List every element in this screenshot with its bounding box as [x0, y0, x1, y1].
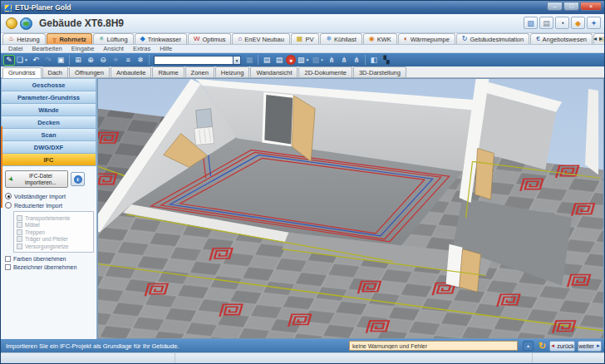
doc-tab-wandansicht[interactable]: Wandansicht [250, 66, 298, 77]
doc-tab-ffnungen[interactable]: Öffnungen [69, 66, 110, 77]
window-title: ETU-Planer Gold [15, 3, 71, 12]
project-bag-icon: ◆ [575, 19, 581, 27]
sidebar-item-scan[interactable]: Scan [2, 129, 96, 141]
project-bag-button[interactable]: ◆ [571, 17, 585, 29]
next-button[interactable]: weiter ► [578, 341, 602, 352]
sidebar-item-geschosse[interactable]: Geschosse [2, 79, 96, 91]
reduced-import-options: TransportelementeMöbelTreppenTräger und … [13, 211, 94, 253]
ribbon-tab-k-hllast[interactable]: ❄Kühllast [320, 33, 362, 44]
doc-tab-zonen[interactable]: Zonen [185, 66, 214, 77]
ribbon-tab-l-ftung[interactable]: ✳Lüftung [93, 33, 134, 44]
menu-item-datei[interactable]: Datei [4, 45, 27, 52]
tab-scroll-right-icon[interactable]: ▸ [599, 35, 603, 42]
ribbon-tab-geb-udesimulation[interactable]: ↻Gebäudesimulation [456, 33, 529, 44]
option-label: Möbel [25, 222, 40, 228]
ribbon-tab-pv[interactable]: ▦PV [291, 33, 320, 44]
option-label: Transportelemente [25, 215, 70, 221]
sidebar-item-w-nde[interactable]: Wände [2, 104, 96, 116]
scene-3d [98, 79, 603, 338]
pipe-network-button-3[interactable]: ⋔ [351, 55, 362, 66]
maximize-button[interactable]: □ [563, 2, 579, 11]
levels-icon: ≡ [125, 57, 130, 64]
winter-mode-button[interactable]: ❄ [135, 55, 146, 66]
ribbon-tab-kwk[interactable]: ◉KWK [363, 33, 397, 44]
zoom-window-button[interactable]: ⊞ [72, 55, 84, 66]
refresh-icon[interactable]: ↻ [537, 341, 548, 351]
paste-button[interactable]: ▣ [55, 55, 66, 66]
menu-item-hilfe[interactable]: Hilfe [155, 45, 176, 52]
geb-udesimulation-tab-icon: ↻ [462, 36, 468, 42]
menu-item-extras[interactable]: Extras [129, 45, 155, 52]
doc-tab-3d-darstellung[interactable]: 3D-Darstellung [353, 66, 406, 77]
terrain-button[interactable]: ▨▼ [297, 55, 310, 66]
pipe-network-button-1[interactable]: ⋔ [326, 55, 337, 66]
ribbon-tab-w-rmepumpe[interactable]: ◐Wärmepumpe [398, 33, 455, 44]
image-button[interactable]: ▧ [524, 17, 538, 29]
zoom-out-button[interactable]: ⊖ [97, 55, 109, 66]
alert-button[interactable]: ● [286, 55, 296, 65]
open-folder-button[interactable]: ▤ [273, 55, 285, 66]
doc-tab-dach[interactable]: Dach [42, 66, 69, 77]
magic-button[interactable]: ✦ [587, 17, 601, 29]
undo-button[interactable]: ↶ [30, 55, 42, 66]
viewport-3d[interactable] [97, 78, 604, 339]
levels-button[interactable]: ≡ [122, 55, 134, 66]
doc-tab-grundriss[interactable]: Grundriss [2, 67, 42, 78]
radio-vollst-ndiger-import[interactable]: Vollständiger Import [5, 193, 94, 199]
back-button[interactable]: ◄ zurück [549, 341, 575, 352]
ribbon-tab-optimus[interactable]: WOptimus [188, 33, 232, 44]
radio-reduzierter-import[interactable]: Reduzierter Import [5, 202, 94, 209]
warnings-field[interactable] [349, 341, 518, 351]
tab-scroll-left-icon[interactable]: ◂ [593, 35, 597, 42]
sidebar-item-ifc[interactable]: IFC [2, 154, 96, 166]
coin-icon [6, 17, 17, 29]
doc-tab-heizung[interactable]: Heizung [215, 66, 250, 77]
edit-pencil-button[interactable]: ✎ [3, 55, 15, 66]
sidebar-item-decken[interactable]: Decken [2, 116, 96, 129]
zoom-in-button[interactable]: ⊕ [85, 55, 96, 66]
scale-combobox-input[interactable] [154, 56, 234, 65]
pipe-network-icon-3: ⋔ [353, 57, 360, 64]
option-treppen: Treppen [17, 229, 91, 235]
minimize-button[interactable]: – [547, 2, 563, 11]
shapes-button[interactable]: ❏▼ [16, 55, 29, 66]
ribbon-tab-rohrnetz[interactable]: ╥Rohrnetz [47, 33, 92, 44]
shapes-icon: ❏ [17, 57, 23, 64]
kwk-tab-icon: ◉ [369, 36, 375, 42]
alert-icon: ● [289, 57, 293, 63]
scale-combobox-dropdown-icon[interactable]: ▼ [234, 56, 241, 65]
ribbon-tab-label: KWK [377, 36, 391, 43]
cube-3d-button[interactable]: ◧ [368, 55, 380, 66]
back-arrow-icon: ◄ [550, 343, 555, 348]
ifc-import-button[interactable]: ➤ IFC-Datei importieren... [5, 170, 68, 188]
checkbox-farben-bernehmen[interactable]: Farben übernehmen [5, 256, 94, 262]
scale-combobox[interactable]: ▼ [154, 56, 241, 65]
list-button[interactable]: ▤ [539, 17, 553, 29]
doc-tab-anbauteile[interactable]: Anbauteile [111, 66, 151, 77]
close-button[interactable]: × [580, 2, 602, 11]
window-controls: –□× [547, 2, 602, 11]
ifc-panel: ➤ IFC-Datei importieren... i Vollständig… [1, 166, 96, 270]
ribbon-tab-enev-neubau[interactable]: ⌂EnEV Neubau [232, 33, 289, 44]
sidebar-item-parameter-grundriss[interactable]: Parameter-Grundriss [2, 91, 96, 104]
walkthrough-button[interactable]: ▚ [381, 55, 392, 66]
clock-button[interactable]: ◔ [555, 17, 569, 29]
expand-warnings-button[interactable]: ▴ [523, 341, 534, 351]
grid-icon: ▦ [246, 57, 253, 64]
checkbox-icon [5, 256, 11, 262]
ribbon-tab-angebotswesen[interactable]: €Angebotswesen [530, 33, 593, 44]
doc-tab-r-ume[interactable]: Räume [152, 66, 184, 77]
info-button[interactable]: i [71, 172, 85, 186]
checkbox-icon [17, 215, 22, 221]
sidebar-item-dwg-dxf[interactable]: DWG/DXF [2, 141, 96, 154]
menu-item-ansicht[interactable]: Ansicht [99, 45, 128, 52]
menu-item-eingabe[interactable]: Eingabe [67, 45, 99, 52]
checkbox-bezeichner-bernehmen[interactable]: Bezeichner übernehmen [5, 264, 94, 270]
ribbon-tab-heizung[interactable]: ♨Heizung [2, 33, 46, 44]
checkbox-label: Bezeichner übernehmen [13, 264, 76, 270]
ribbon-tab-trinkwasser[interactable]: ◆Trinkwasser [135, 33, 187, 44]
pipe-network-button-2[interactable]: ⋔ [338, 55, 350, 66]
menu-item-bearbeiten[interactable]: Bearbeiten [28, 45, 66, 52]
doc-tab-2d-dokumente[interactable]: 2D-Dokumente [298, 66, 352, 77]
open-project-button[interactable]: ▤ [261, 55, 273, 66]
